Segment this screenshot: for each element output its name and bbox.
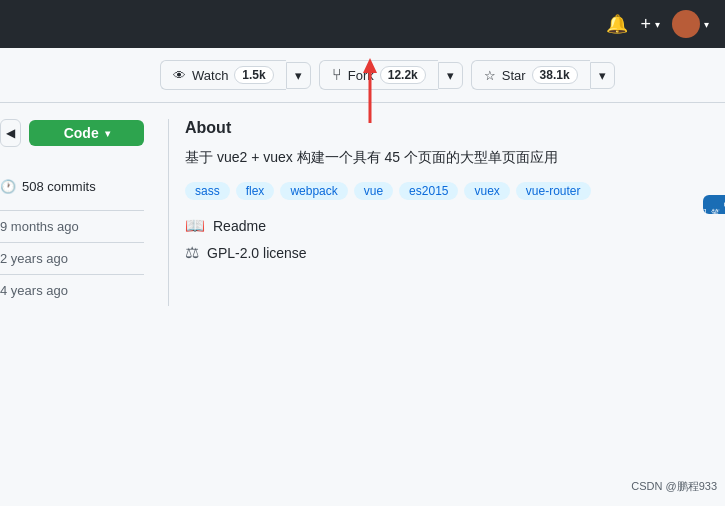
star-count: 38.1k xyxy=(532,66,578,84)
fork-count: 12.2k xyxy=(380,66,426,84)
repo-action-row: 👁 Watch 1.5k ▾ ⑂ Fork 12.2k ▾ ☆ Star 38.… xyxy=(0,48,725,103)
side-card[interactable]: C笔记 xyxy=(703,195,725,214)
fork-icon: ⑂ xyxy=(332,66,342,84)
eye-icon: 👁 xyxy=(173,68,186,83)
fork-button[interactable]: ⑂ Fork 12.2k xyxy=(319,60,438,90)
watch-btn-group: 👁 Watch 1.5k ▾ xyxy=(160,60,311,90)
watch-label: Watch xyxy=(192,68,228,83)
top-buttons-row: ◀ Code ▾ xyxy=(0,119,144,163)
about-links: 📖 Readme ⚖ GPL-2.0 license xyxy=(185,216,709,262)
time-item-3: 4 years ago xyxy=(0,274,144,306)
star-button[interactable]: ☆ Star 38.1k xyxy=(471,60,590,90)
readme-label: Readme xyxy=(213,218,266,234)
back-button[interactable]: ◀ xyxy=(0,119,21,147)
license-label: GPL-2.0 license xyxy=(207,245,307,261)
watch-caret-button[interactable]: ▾ xyxy=(286,62,311,89)
tag-sass[interactable]: sass xyxy=(185,182,230,200)
about-title: About xyxy=(185,119,709,137)
code-caret-icon: ▾ xyxy=(105,128,110,139)
tag-vue[interactable]: vue xyxy=(354,182,393,200)
time-item-2: 2 years ago xyxy=(0,242,144,274)
watermark: CSDN @鹏程933 xyxy=(631,479,717,494)
top-nav: 🔔 + ▾ ▾ xyxy=(0,0,725,48)
star-icon: ☆ xyxy=(484,68,496,83)
user-avatar xyxy=(672,10,700,38)
time-list: 9 months ago 2 years ago 4 years ago xyxy=(0,210,144,306)
time-item-2-label: 2 years ago xyxy=(0,251,68,266)
time-item-1-label: 9 months ago xyxy=(0,219,79,234)
plus-create-icon[interactable]: + ▾ xyxy=(640,14,660,35)
fork-label: Fork xyxy=(348,68,374,83)
left-panel: ◀ Code ▾ 🕐 508 commits 9 months ago 2 ye… xyxy=(0,119,160,306)
readme-link[interactable]: 📖 Readme xyxy=(185,216,709,235)
fork-caret-button[interactable]: ▾ xyxy=(438,62,463,89)
side-card-text: C笔记 xyxy=(703,201,725,208)
star-caret-button[interactable]: ▾ xyxy=(590,62,615,89)
license-icon: ⚖ xyxy=(185,243,199,262)
tag-vuex[interactable]: vuex xyxy=(464,182,509,200)
commits-info: 🕐 508 commits xyxy=(0,179,144,194)
watch-button[interactable]: 👁 Watch 1.5k xyxy=(160,60,286,90)
code-label: Code xyxy=(64,125,99,141)
star-btn-group: ☆ Star 38.1k ▾ xyxy=(471,60,615,90)
avatar-menu[interactable]: ▾ xyxy=(672,10,709,38)
tag-es2015[interactable]: es2015 xyxy=(399,182,458,200)
bell-icon[interactable]: 🔔 xyxy=(606,13,628,35)
code-button[interactable]: Code ▾ xyxy=(29,120,144,146)
time-item-3-label: 4 years ago xyxy=(0,283,68,298)
tag-flex[interactable]: flex xyxy=(236,182,275,200)
about-panel: About 基于 vue2 + vuex 构建一个具有 45 个页面的大型单页面… xyxy=(168,119,725,306)
watch-count: 1.5k xyxy=(234,66,273,84)
tags-container: sass flex webpack vue es2015 vuex vue-ro… xyxy=(185,182,709,200)
tag-webpack[interactable]: webpack xyxy=(280,182,347,200)
star-label: Star xyxy=(502,68,526,83)
main-content: ◀ Code ▾ 🕐 508 commits 9 months ago 2 ye… xyxy=(0,103,725,306)
license-link[interactable]: ⚖ GPL-2.0 license xyxy=(185,243,709,262)
time-item-1: 9 months ago xyxy=(0,210,144,242)
commits-clock-icon: 🕐 xyxy=(0,179,16,194)
tag-vue-router[interactable]: vue-router xyxy=(516,182,591,200)
fork-btn-group: ⑂ Fork 12.2k ▾ xyxy=(319,60,463,90)
commits-count: 508 commits xyxy=(22,179,96,194)
about-description: 基于 vue2 + vuex 构建一个具有 45 个页面的大型单页面应用 xyxy=(185,147,709,168)
readme-icon: 📖 xyxy=(185,216,205,235)
